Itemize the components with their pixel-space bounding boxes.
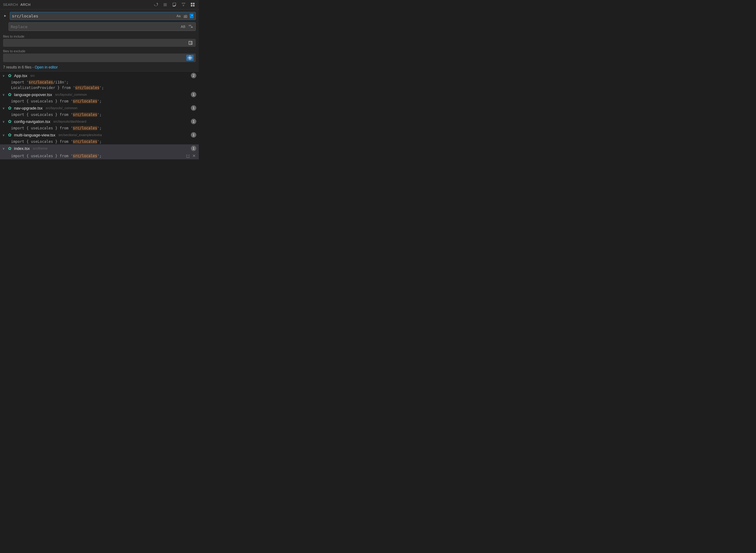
file-path: src/sections/_examples/extra [59, 133, 102, 137]
chevron-icon: ∨ [2, 74, 5, 77]
result-line[interactable]: import { useLocales } from 'src/locales'… [0, 112, 199, 117]
file-group: ∨ ✿ multi-language-view.tsx src/sections… [0, 131, 199, 144]
result-line[interactable]: import { useLocales } from 'src/locales'… [0, 139, 199, 144]
file-group: ∨ ✿ language-popover.tsx src/layouts/_co… [0, 90, 199, 104]
filter-section: files to include files to exclude [0, 32, 199, 63]
files-exclude-row [3, 54, 196, 62]
result-count: 1 [191, 132, 196, 138]
search-input[interactable] [12, 14, 174, 18]
file-name: multi-language-view.tsx [14, 133, 55, 137]
chevron-icon: ∨ [2, 147, 5, 150]
file-header[interactable]: ∨ ✿ App.tsx src 2 [0, 72, 199, 80]
chevron-icon: ∨ [2, 93, 5, 96]
results-list: ∨ ✿ App.tsx src 2 import 'src/locales/i1… [0, 72, 199, 159]
file-path: src/layouts/_common [46, 106, 77, 110]
result-line[interactable]: import 'src/locales/i18n'; [0, 80, 199, 85]
files-exclude-input[interactable] [5, 56, 185, 60]
svg-rect-2 [191, 5, 192, 6]
result-line-text: import 'src/locales/i18n'; [11, 80, 196, 84]
svg-rect-4 [189, 25, 191, 25]
chevron-icon: ∨ [2, 106, 5, 110]
file-group: ∨ ✿ App.tsx src 2 import 'src/locales/i1… [0, 72, 199, 90]
panel-title: ARCH [20, 3, 30, 6]
preserve-case-button[interactable]: AB [180, 24, 186, 29]
file-header[interactable]: ∨ ✿ index.tsx src/theme 1 [0, 144, 199, 152]
chevron-icon: ∨ [2, 133, 5, 137]
result-count: 2 [191, 73, 196, 78]
file-path: src/layouts/_common [55, 93, 87, 96]
use-regex-button[interactable]: .* [190, 13, 193, 18]
result-count: 1 [191, 119, 196, 124]
file-group: ∨ ✿ nav-upgrade.tsx src/layouts/_common … [0, 104, 199, 117]
collapse-all-button[interactable] [162, 2, 168, 7]
result-line-text: import { useLocales } from 'src/locales'… [11, 154, 185, 158]
open-in-editor-link[interactable]: Open in editor [34, 65, 58, 69]
result-line-text: LocalizationProvider } from 'src/locales… [11, 86, 196, 90]
react-icon: ✿ [7, 146, 12, 151]
chevron-icon: ∨ [2, 120, 5, 123]
file-header[interactable]: ∨ ✿ nav-upgrade.tsx src/layouts/_common … [0, 104, 199, 112]
files-exclude-label: files to exclude [3, 48, 196, 54]
file-header[interactable]: ∨ ✿ language-popover.tsx src/layouts/_co… [0, 90, 199, 98]
react-icon: ✿ [7, 105, 12, 110]
result-line[interactable]: import { useLocales } from 'src/locales'… [0, 126, 199, 131]
svg-rect-5 [189, 26, 191, 26]
replace-all-button[interactable] [187, 24, 193, 29]
react-icon: ✿ [7, 119, 12, 124]
new-search-editor-button[interactable] [171, 2, 177, 7]
filter-results-button[interactable] [180, 2, 186, 7]
file-path: src [30, 74, 35, 77]
result-line[interactable]: import { useLocales } from 'src/locales'… [0, 98, 199, 104]
file-header[interactable]: ∨ ✿ multi-language-view.tsx src/sections… [0, 131, 199, 139]
match-case-button[interactable]: Aa [176, 13, 181, 18]
results-summary: 7 results in 6 files - Open in editor [0, 63, 199, 72]
toggle-replace-arrow[interactable] [3, 14, 9, 18]
file-path: src/theme [33, 147, 48, 150]
result-line-text: import { useLocales } from 'src/locales'… [11, 112, 196, 117]
replace-input-row: AB [9, 22, 196, 31]
result-line[interactable]: import { useLocales } from 'src/locales'… [0, 152, 199, 159]
files-include-row [3, 39, 196, 47]
files-include-input[interactable] [5, 41, 186, 45]
svg-rect-3 [193, 5, 194, 6]
result-line-text: import { useLocales } from 'src/locales'… [11, 99, 196, 103]
result-line-text: import { useLocales } from 'src/locales'… [11, 140, 196, 144]
file-group: ∨ ✿ index.tsx src/theme 1 import { useLo… [0, 144, 199, 159]
svg-point-7 [189, 57, 190, 59]
react-icon: ✿ [7, 92, 12, 97]
replace-input[interactable] [11, 24, 179, 29]
react-icon: ✿ [7, 73, 12, 78]
search-input-row: Aa ab .* [10, 12, 196, 20]
result-count: 1 [191, 105, 196, 111]
file-name: nav-upgrade.tsx [14, 106, 43, 110]
clear-results-button[interactable] [190, 2, 196, 7]
svg-rect-0 [191, 3, 192, 4]
file-header[interactable]: ∨ ✿ config-navigation.tsx src/layouts/da… [0, 117, 199, 126]
result-line[interactable]: LocalizationProvider } from 'src/locales… [0, 85, 199, 90]
react-icon: ✿ [7, 133, 12, 137]
use-gitignore-button[interactable] [186, 55, 193, 61]
result-count: 1 [191, 92, 196, 97]
results-count: 7 results in 6 files [3, 65, 31, 69]
file-name: index.tsx [14, 146, 30, 151]
refresh-button[interactable] [153, 2, 159, 7]
search-panel-header: Search ARCH [0, 0, 199, 9]
dismiss-button[interactable]: ✕ [192, 153, 196, 159]
files-include-label: files to include [3, 33, 196, 39]
svg-rect-1 [193, 3, 194, 4]
result-count: 1 [191, 146, 196, 151]
match-whole-word-button[interactable]: ab [183, 13, 188, 18]
result-line-text: import { useLocales } from 'src/locales'… [11, 126, 196, 130]
file-path: src/layouts/dashboard [54, 120, 87, 123]
search-label: Search [3, 3, 18, 6]
file-name: App.tsx [14, 73, 27, 78]
header-actions [153, 2, 196, 7]
search-section: Aa ab .* AB [0, 9, 199, 32]
file-name: config-navigation.tsx [14, 119, 51, 124]
line-actions: ✕ [185, 153, 196, 159]
file-group: ∨ ✿ config-navigation.tsx src/layouts/da… [0, 117, 199, 131]
open-to-side-button[interactable] [185, 153, 190, 159]
use-exclude-settings-button[interactable] [187, 40, 193, 46]
file-name: language-popover.tsx [14, 92, 52, 97]
